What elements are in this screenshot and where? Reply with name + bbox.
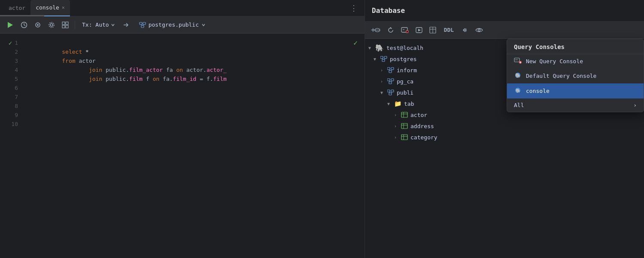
svg-rect-57 (391, 90, 394, 92)
editor-panel: actor console ✕ ⋮ (0, 0, 365, 258)
postgres-chevron-icon: ▼ (374, 57, 379, 61)
svg-rect-58 (389, 93, 392, 95)
address-table-item[interactable]: › address (365, 120, 644, 132)
inform-label: inform (397, 67, 417, 74)
ddl-label: DDL (444, 27, 454, 33)
dropdown-title: Query Consoles (507, 39, 644, 54)
svg-text:🐘: 🐘 (515, 73, 521, 78)
root-pg-icon: 🐘 (375, 44, 384, 52)
default-console-item[interactable]: 🐘 Default Query Console (507, 68, 644, 83)
db-chevron-down-icon (201, 23, 206, 27)
category-table-icon (401, 134, 408, 140)
settings-button[interactable] (46, 20, 58, 30)
schema-icon (380, 56, 387, 62)
actor-chevron-icon: › (394, 113, 399, 117)
public-chevron-icon: ▼ (380, 90, 386, 95)
tables-chevron-icon: ▼ (387, 101, 392, 106)
svg-rect-9 (66, 22, 68, 25)
grid-db-button[interactable] (427, 25, 439, 35)
svg-rect-21 (406, 31, 408, 33)
category-table-label: category (410, 134, 437, 141)
inform-chevron-icon: › (380, 68, 386, 73)
tab-close-icon[interactable]: ✕ (62, 5, 65, 10)
root-label: test@localh (386, 45, 423, 51)
new-console-label: New Query Console (526, 58, 583, 64)
code-line-8 (28, 102, 358, 111)
svg-rect-47 (391, 68, 394, 70)
svg-point-7 (49, 22, 54, 28)
line-7-number: 7 (5, 93, 18, 102)
line-8-number: 8 (5, 102, 18, 111)
database-title: Database (372, 6, 405, 15)
line-2-number: 2 (5, 48, 18, 57)
history-button[interactable] (18, 20, 30, 30)
code-editor[interactable]: ✓ 1 2 3 4 5 6 7 8 9 10 ✓ select * from a… (0, 34, 365, 258)
svg-rect-61 (401, 112, 407, 117)
tab-console[interactable]: console ✕ (30, 0, 70, 16)
more-options-button[interactable]: ⋮ (346, 2, 361, 14)
database-toolbar: + (365, 22, 644, 39)
svg-point-31 (478, 29, 480, 31)
svg-rect-8 (62, 22, 65, 25)
gear-icon (48, 22, 55, 28)
folder-icon: 📁 (394, 100, 401, 107)
svg-rect-14 (143, 22, 146, 25)
all-arrow-icon: › (633, 102, 637, 108)
run-db-button[interactable] (413, 25, 425, 35)
category-chevron-icon: › (394, 135, 399, 140)
eye-button[interactable] (473, 25, 486, 35)
tab-actor[interactable]: actor (3, 0, 30, 16)
all-consoles-item[interactable]: All › (507, 98, 644, 112)
back-button[interactable] (459, 25, 471, 35)
postgres-label: postgres (390, 56, 417, 62)
scroll-indicator (0, 15, 44, 16)
grid-db-icon (429, 27, 436, 34)
console-item-icon: 🐘 (514, 87, 522, 95)
pin-button[interactable] (32, 20, 44, 30)
ddl-button[interactable]: DDL (440, 26, 457, 34)
editor-toolbar: Tx: Auto postgres.public (0, 16, 365, 34)
run-icon (6, 21, 14, 29)
svg-rect-51 (387, 79, 390, 81)
run-button[interactable] (3, 19, 16, 31)
back-icon (462, 27, 468, 34)
tab-console-label: console (36, 4, 59, 11)
line-5-number: 5 (5, 75, 18, 84)
svg-point-5 (37, 24, 39, 26)
add-datasource-button[interactable]: + (368, 24, 383, 36)
address-table-icon (401, 123, 408, 129)
svg-rect-53 (389, 82, 392, 84)
database-header: Database (365, 0, 644, 22)
console-icon-button[interactable] (398, 25, 411, 35)
query-consoles-dropdown: Query Consoles New Query Console (507, 39, 644, 112)
separator-1 (75, 21, 75, 29)
category-table-item[interactable]: › category (365, 132, 644, 143)
database-selector[interactable]: postgres.public (135, 20, 210, 30)
svg-line-3 (24, 25, 25, 26)
arrow-button[interactable] (120, 20, 131, 30)
code-content[interactable]: select * from actor join public.film_act… (21, 34, 365, 134)
svg-rect-15 (141, 25, 144, 28)
svg-rect-64 (401, 123, 407, 129)
eye-icon (475, 27, 483, 33)
code-line-6 (28, 84, 358, 93)
default-console-label: Default Query Console (526, 73, 596, 79)
new-console-icon (514, 58, 522, 65)
chevron-down-icon (111, 23, 115, 27)
database-panel: Database + (365, 0, 644, 258)
refresh-button[interactable] (385, 25, 397, 35)
svg-marker-25 (418, 29, 421, 31)
transaction-button[interactable]: Tx: Auto (79, 20, 118, 30)
pgca-chevron-icon: › (380, 79, 386, 84)
grid-icon (62, 22, 69, 28)
svg-rect-13 (140, 22, 142, 25)
svg-rect-42 (384, 56, 387, 58)
line-9-number: 9 (5, 111, 18, 120)
schema2-icon (387, 67, 394, 73)
console-item[interactable]: 🐘 console (507, 83, 644, 98)
pin-icon (34, 22, 41, 28)
new-query-console-item[interactable]: New Query Console (507, 54, 644, 68)
svg-marker-0 (8, 22, 13, 28)
refresh-icon (387, 27, 394, 34)
table-view-button[interactable] (59, 20, 71, 30)
